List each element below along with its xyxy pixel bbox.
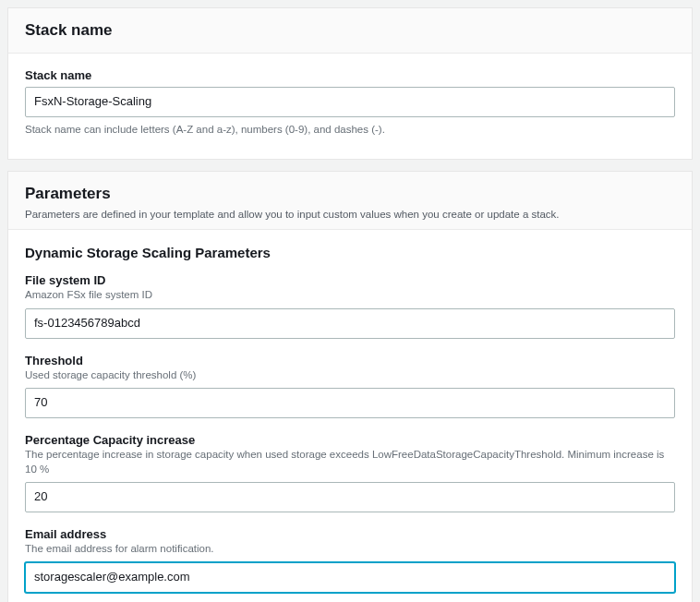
threshold-field: Threshold Used storage capacity threshol…: [25, 354, 675, 418]
pct-increase-help: The percentage increase in storage capac…: [25, 448, 675, 476]
pct-increase-input[interactable]: [25, 482, 675, 512]
file-system-id-input[interactable]: [25, 308, 675, 339]
stack-name-input[interactable]: [25, 87, 675, 117]
page-root: Stack name Stack name Stack name can inc…: [0, 0, 700, 602]
file-system-id-field: File system ID Amazon FSx file system ID: [25, 273, 675, 338]
file-system-id-help: Amazon FSx file system ID: [25, 288, 675, 303]
stack-name-label: Stack name: [25, 68, 675, 82]
parameters-section-title: Dynamic Storage Scaling Parameters: [25, 245, 675, 260]
threshold-label: Threshold: [25, 354, 675, 367]
threshold-help: Used storage capacity threshold (%): [25, 368, 675, 383]
email-input[interactable]: [25, 562, 675, 593]
email-help: The email address for alarm notification…: [25, 542, 675, 557]
email-field: Email address The email address for alar…: [25, 527, 675, 592]
stack-name-title: Stack name: [25, 21, 675, 40]
stack-name-field: Stack name Stack name can include letter…: [25, 68, 675, 137]
email-label: Email address: [25, 527, 675, 541]
pct-increase-field: Percentage Capacity increase The percent…: [25, 433, 675, 512]
stack-name-panel: Stack name Stack name Stack name can inc…: [7, 7, 693, 160]
parameters-subtext: Parameters are defined in your template …: [25, 209, 675, 220]
stack-name-constraint: Stack name can include letters (A-Z and …: [25, 123, 675, 138]
parameters-title: Parameters: [25, 185, 675, 203]
stack-name-panel-header: Stack name: [8, 8, 692, 54]
parameters-panel: Parameters Parameters are defined in you…: [7, 171, 693, 602]
parameters-panel-body: Dynamic Storage Scaling Parameters File …: [8, 230, 692, 602]
file-system-id-label: File system ID: [25, 273, 675, 287]
pct-increase-label: Percentage Capacity increase: [25, 433, 675, 447]
threshold-input[interactable]: [25, 388, 675, 418]
parameters-panel-header: Parameters Parameters are defined in you…: [8, 172, 692, 230]
stack-name-panel-body: Stack name Stack name can include letter…: [8, 54, 692, 159]
